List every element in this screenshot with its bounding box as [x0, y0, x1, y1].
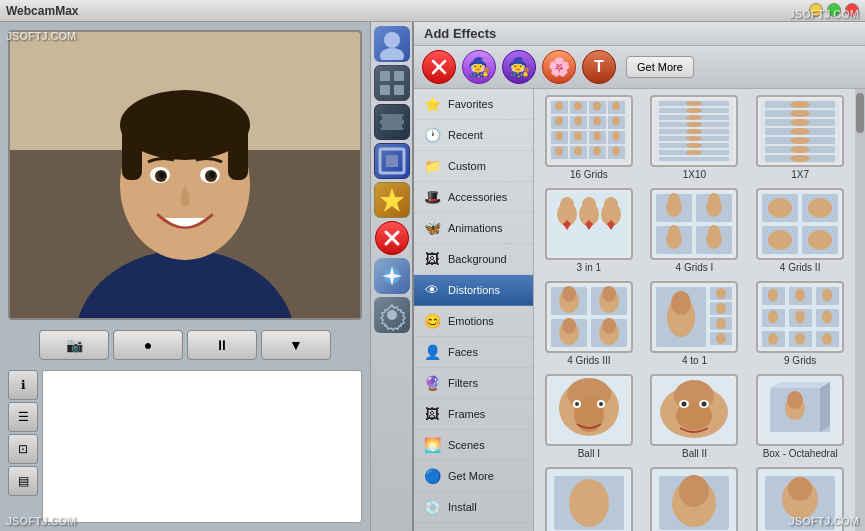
- effect-4gridsi-label: 4 Grids I: [676, 262, 714, 273]
- effect-ball1[interactable]: Ball I: [540, 374, 638, 459]
- svg-point-78: [686, 129, 702, 134]
- list-icon-btn[interactable]: ☰: [8, 402, 38, 432]
- remove-effect-btn[interactable]: [422, 50, 456, 84]
- close-button[interactable]: [845, 3, 859, 17]
- svg-point-72: [686, 108, 702, 113]
- effect-3in1[interactable]: 3 in 1: [540, 188, 638, 273]
- letter-btn[interactable]: T: [582, 50, 616, 84]
- wizard1-btn[interactable]: 🧙: [462, 50, 496, 84]
- cat-background[interactable]: 🖼 Background: [414, 244, 533, 275]
- effect-boxoct[interactable]: Box - Octahedral: [751, 374, 849, 459]
- svg-marker-31: [382, 266, 402, 286]
- effects-header: Add Effects: [414, 22, 865, 46]
- sidebar-star-icon[interactable]: [374, 182, 410, 218]
- film-icon-btn[interactable]: ▤: [8, 466, 38, 496]
- effect-16grids-label: 16 Grids: [570, 169, 608, 180]
- svg-point-14: [384, 32, 400, 48]
- wizard2-btn[interactable]: 🧙: [502, 50, 536, 84]
- svg-point-63: [574, 147, 582, 156]
- sidebar-film-icon[interactable]: [374, 104, 410, 140]
- effect-16grids[interactable]: 16 Grids: [540, 95, 638, 180]
- svg-point-149: [671, 291, 691, 315]
- effect-4gridsii-label: 4 Grids II: [780, 262, 821, 273]
- sidebar-grid-icon[interactable]: [374, 65, 410, 101]
- get-more-button[interactable]: Get More: [626, 56, 694, 78]
- side-icons: ℹ ☰ ⊡ ▤: [8, 370, 38, 523]
- svg-point-51: [612, 117, 620, 126]
- svg-point-70: [686, 101, 702, 106]
- effect-partial1[interactable]: [540, 467, 638, 531]
- svg-point-168: [795, 311, 805, 324]
- effect-1x10[interactable]: 1X10: [646, 95, 744, 180]
- svg-point-12: [159, 172, 165, 178]
- effect-4gridsii[interactable]: 4 Grids II: [751, 188, 849, 273]
- category-list: ⭐ Favorites 🕐 Recent 📁 Custom 🎩 Accessor…: [414, 89, 534, 531]
- svg-point-88: [790, 101, 810, 108]
- cat-favorites[interactable]: ⭐ Favorites: [414, 89, 533, 120]
- cat-animations[interactable]: 🦋 Animations: [414, 213, 533, 244]
- effect-partial2[interactable]: [646, 467, 744, 531]
- effect-1x7[interactable]: 1X7: [751, 95, 849, 180]
- sidebar-delete-button[interactable]: [375, 221, 409, 255]
- cat-get-more[interactable]: 🔵 Get More: [414, 461, 533, 492]
- pause-button[interactable]: ⏸: [187, 330, 257, 360]
- svg-rect-85: [659, 157, 729, 161]
- window-controls[interactable]: [809, 3, 859, 17]
- grid-scrollbar[interactable]: [855, 89, 865, 531]
- cat-faces-label: Faces: [448, 346, 478, 358]
- download-button[interactable]: ▼: [261, 330, 331, 360]
- custom-icon: 📁: [422, 156, 442, 176]
- distortions-icon: 👁: [422, 280, 442, 300]
- svg-point-192: [702, 402, 707, 407]
- svg-point-100: [790, 155, 810, 162]
- cat-frames[interactable]: 🖼 Frames: [414, 399, 533, 430]
- svg-marker-195: [770, 382, 830, 388]
- effect-4gridsiii[interactable]: 4 Grids III: [540, 281, 638, 366]
- svg-point-183: [575, 402, 579, 406]
- sidebar-frame-icon[interactable]: [374, 143, 410, 179]
- svg-point-57: [593, 132, 601, 141]
- effect-4gridsi[interactable]: 4 Grids I: [646, 188, 744, 273]
- svg-point-166: [768, 311, 778, 324]
- minimize-button[interactable]: [809, 3, 823, 17]
- cat-faces[interactable]: 👤 Faces: [414, 337, 533, 368]
- effect-ball2[interactable]: Ball II: [646, 374, 744, 459]
- effect-partial3[interactable]: [751, 467, 849, 531]
- svg-point-106: [582, 197, 596, 213]
- svg-point-198: [787, 391, 803, 409]
- info-icon-btn[interactable]: ℹ: [8, 370, 38, 400]
- cat-install[interactable]: 💿 Install: [414, 492, 533, 523]
- cat-accessories[interactable]: 🎩 Accessories: [414, 182, 533, 213]
- svg-rect-26: [386, 155, 398, 167]
- record-button[interactable]: ●: [113, 330, 183, 360]
- camera-button[interactable]: 📷: [39, 330, 109, 360]
- cat-filters[interactable]: 🔮 Filters: [414, 368, 533, 399]
- grid-scroll-thumb[interactable]: [856, 93, 864, 133]
- svg-point-172: [768, 333, 778, 345]
- svg-point-92: [790, 119, 810, 126]
- cat-distortions[interactable]: 👁 Distortions: [414, 275, 533, 306]
- right-sidebar: [370, 22, 412, 531]
- svg-point-176: [822, 333, 832, 345]
- sidebar-gear-icon[interactable]: [374, 297, 410, 333]
- svg-point-94: [790, 128, 810, 135]
- svg-point-114: [668, 193, 680, 207]
- effect-9grids[interactable]: 9 Grids: [751, 281, 849, 366]
- svg-point-45: [555, 117, 563, 126]
- flower-btn[interactable]: 🌸: [542, 50, 576, 84]
- svg-point-49: [593, 117, 601, 126]
- svg-rect-17: [394, 71, 404, 81]
- sidebar-face-icon[interactable]: [374, 26, 410, 62]
- cat-recent[interactable]: 🕐 Recent: [414, 120, 533, 151]
- svg-point-205: [679, 475, 709, 507]
- svg-point-153: [716, 303, 726, 314]
- monitor-icon-btn[interactable]: ⊡: [8, 434, 38, 464]
- effect-4to1[interactable]: 4 to 1: [646, 281, 744, 366]
- cat-emotions[interactable]: 😊 Emotions: [414, 306, 533, 337]
- svg-rect-24: [402, 124, 406, 128]
- sidebar-sparkle-icon[interactable]: [374, 258, 410, 294]
- maximize-button[interactable]: [827, 3, 841, 17]
- cat-custom[interactable]: 📁 Custom: [414, 151, 533, 182]
- svg-point-43: [612, 102, 620, 111]
- cat-scenes[interactable]: 🌅 Scenes: [414, 430, 533, 461]
